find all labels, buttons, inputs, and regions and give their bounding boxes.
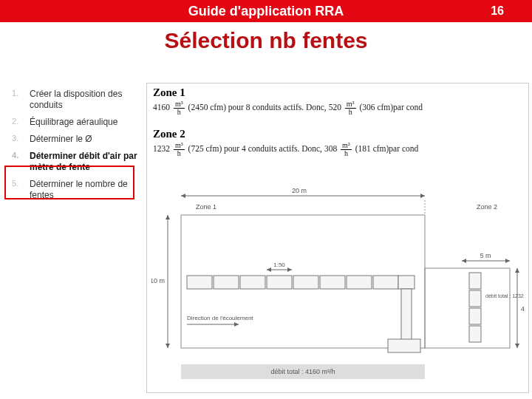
- zone2-each-cfm: 181 cfm: [358, 144, 386, 153]
- svg-marker-8: [166, 344, 170, 348]
- step-item-3: Déterminer le Ø: [9, 132, 142, 149]
- step-item-2: Équilibrage aéraulique: [9, 115, 142, 132]
- svg-marker-27: [267, 267, 271, 272]
- zone2-each: 308: [324, 144, 337, 153]
- zone2-line: 1232 m³h (725 cfm) pour 4 conduits actif…: [147, 140, 528, 162]
- header-bar: Guide d'application RRA 16: [0, 0, 532, 22]
- zone2-label: Zone 2: [147, 120, 528, 140]
- flow-dir: Direction de l'écoulement: [187, 315, 253, 321]
- svg-rect-33: [469, 308, 481, 324]
- dim-right-w: 5 m: [480, 252, 491, 259]
- svg-marker-10: [462, 259, 466, 263]
- svg-rect-22: [373, 276, 398, 289]
- svg-rect-34: [469, 326, 481, 342]
- svg-marker-13: [515, 268, 519, 273]
- dim-top: 20 m: [292, 187, 307, 194]
- svg-rect-20: [320, 276, 345, 289]
- svg-rect-18: [267, 276, 292, 289]
- zone1-each-cfm: 306 cfm: [362, 103, 390, 112]
- svg-rect-19: [293, 276, 318, 289]
- svg-rect-31: [469, 273, 481, 289]
- svg-marker-2: [420, 194, 425, 198]
- debit-left: débit total : 4160 m³/h: [270, 368, 335, 375]
- svg-marker-1: [181, 194, 185, 198]
- svg-rect-16: [214, 276, 239, 289]
- svg-rect-23: [398, 276, 415, 289]
- svg-marker-28: [287, 267, 292, 272]
- dim-right-h: 4 m: [521, 305, 525, 313]
- zone2-ducts: 4: [242, 144, 246, 153]
- svg-marker-7: [166, 215, 170, 219]
- diag-zone2: Zone 2: [477, 203, 497, 211]
- dim-left: 10 m: [151, 277, 165, 284]
- zone1-value: 4160: [153, 103, 170, 112]
- zone1-each: 520: [329, 103, 341, 112]
- page-number: 16: [491, 4, 504, 18]
- debit-right: débit total : 1232 m³/h: [485, 293, 525, 299]
- step-item-1: Créer la disposition des conduits: [9, 87, 142, 115]
- zone1-unit: m³h: [174, 100, 185, 116]
- zone1-ducts: 8: [246, 103, 250, 112]
- current-step-highlight-box: [4, 166, 134, 200]
- zone1-cfm: 2450 cfm: [191, 103, 223, 112]
- svg-rect-32: [469, 290, 481, 307]
- zone1-label: Zone 1: [147, 83, 528, 99]
- zone2-unit: m³h: [174, 142, 185, 157]
- header-title: Guide d'application RRA: [188, 4, 344, 19]
- diag-zone1: Zone 1: [196, 203, 216, 211]
- svg-marker-14: [515, 344, 519, 348]
- svg-rect-24: [401, 289, 412, 341]
- content-panel: Zone 1 4160 m³h (2450 cfm) pour 8 condui…: [146, 83, 529, 393]
- zone2-value: 1232: [153, 144, 170, 153]
- svg-rect-21: [347, 276, 372, 289]
- svg-marker-30: [234, 322, 239, 327]
- slide: Guide d'application RRA 16 Sélection nb …: [0, 0, 532, 399]
- svg-rect-5: [425, 268, 510, 348]
- svg-rect-17: [240, 276, 265, 289]
- segment-scale: 1:50: [273, 262, 285, 268]
- zone2-cfm: 725 cfm: [191, 144, 219, 153]
- zone1-line: 4160 m³h (2450 cfm) pour 8 conduits acti…: [147, 99, 528, 120]
- svg-rect-25: [388, 339, 420, 352]
- zone2-each-unit: m³h: [341, 142, 352, 157]
- svg-marker-11: [505, 259, 510, 263]
- slide-subtitle: Sélection nb fentes: [0, 28, 532, 53]
- zone1-each-unit: m³h: [345, 100, 356, 116]
- floor-plan-diagram: 20 m Zone 1 Zone 2 10 m 5 m 4 m: [151, 187, 524, 388]
- svg-rect-15: [187, 276, 212, 289]
